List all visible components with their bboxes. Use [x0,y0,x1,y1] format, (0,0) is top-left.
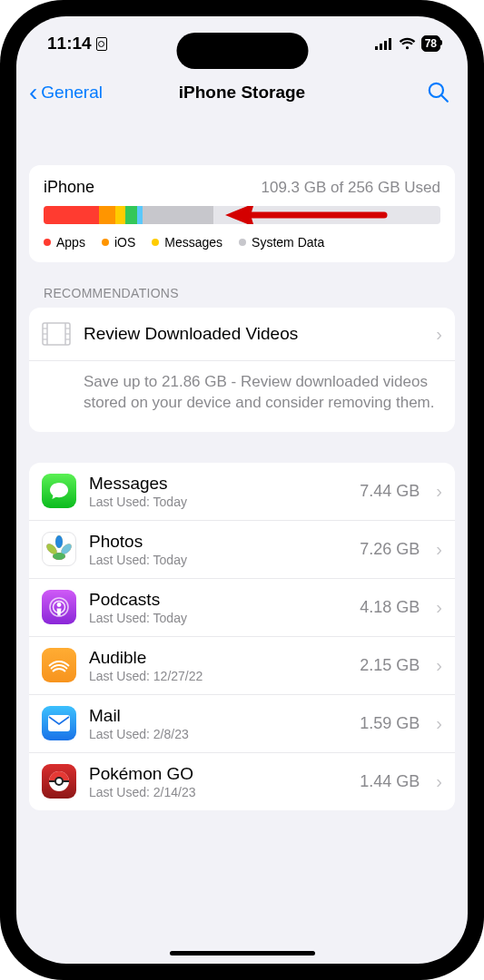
app-size: 2.15 GB [360,656,420,675]
app-row[interactable]: MessagesLast Used: Today7.44 GB› [29,463,455,521]
nav-bar: ‹ General iPhone Storage [16,71,468,114]
storage-segment [115,206,125,224]
legend-item: System Data [239,235,324,250]
legend-label: iOS [114,235,135,250]
photos-app-icon [42,532,76,566]
app-row[interactable]: PodcastsLast Used: Today4.18 GB› [29,579,455,637]
storage-used-text: 109.3 GB of 256 GB Used [261,179,440,197]
app-last-used: Last Used: 2/14/23 [89,785,347,799]
chevron-right-icon: › [436,771,442,792]
legend-dot-icon [102,239,109,246]
app-last-used: Last Used: Today [89,611,347,625]
recommendations-header: RECOMMENDATIONS [44,286,451,300]
back-button[interactable]: ‹ General [29,80,103,105]
app-row[interactable]: MailLast Used: 2/8/231.59 GB› [29,695,455,753]
chevron-right-icon: › [436,324,442,345]
dynamic-island [176,33,308,69]
storage-segment [99,206,114,224]
chevron-left-icon: ‹ [29,80,37,105]
pokemon-app-icon [42,764,76,799]
screen: 11:14 78 ‹ General iPhone Storage [16,16,468,964]
app-name: Audible [89,648,347,668]
app-name: Podcasts [89,590,347,610]
app-row[interactable]: PhotosLast Used: Today7.26 GB› [29,521,455,579]
app-name: Messages [89,474,347,494]
legend-dot-icon [152,239,159,246]
film-icon [42,322,71,346]
chevron-right-icon: › [436,597,442,618]
app-size: 7.44 GB [360,482,420,501]
legend-item: Apps [44,235,85,250]
search-icon [426,80,449,103]
status-time: 11:14 [47,34,92,54]
recommendation-description: Save up to 21.86 GB - Review downloaded … [29,360,455,432]
device-name: iPhone [44,178,94,197]
app-list: MessagesLast Used: Today7.44 GB›PhotosLa… [29,463,455,810]
arrow-annotation [225,206,389,224]
svg-rect-2 [384,41,387,50]
storage-segment [125,206,137,224]
chevron-right-icon: › [436,481,442,502]
legend-dot-icon [239,239,246,246]
orientation-lock-icon [96,37,107,51]
svg-point-25 [57,603,62,607]
app-last-used: Last Used: 2/8/23 [89,727,347,741]
svg-rect-1 [380,44,382,50]
legend-label: System Data [252,235,324,250]
app-name: Pokémon GO [89,764,347,784]
legend-dot-icon [44,239,51,246]
app-name: Mail [89,706,347,726]
search-button[interactable] [426,80,449,103]
battery-icon: 78 [421,35,440,52]
app-row[interactable]: Pokémon GOLast Used: 2/14/231.44 GB› [29,753,455,810]
app-name: Photos [89,532,347,552]
recommendation-title: Review Downloaded Videos [84,324,423,344]
recommendation-card[interactable]: Review Downloaded Videos › Save up to 21… [29,308,455,432]
cellular-icon [375,38,393,50]
app-last-used: Last Used: Today [89,495,347,509]
legend-label: Apps [56,235,85,250]
home-indicator[interactable] [170,951,315,956]
storage-segment [44,206,99,224]
chevron-right-icon: › [436,713,442,734]
legend-item: iOS [102,235,135,250]
storage-legend: AppsiOSMessagesSystem Data [44,235,440,250]
app-size: 1.44 GB [360,772,420,791]
app-size: 4.18 GB [360,598,420,617]
svg-line-5 [441,95,448,102]
mail-app-icon [42,706,76,740]
chevron-right-icon: › [436,655,442,676]
podcasts-app-icon [42,590,76,624]
wifi-icon [399,37,416,50]
audible-app-icon [42,648,76,682]
svg-rect-26 [48,715,70,731]
legend-label: Messages [164,235,222,250]
svg-rect-3 [389,38,391,50]
messages-app-icon [42,474,76,508]
app-row[interactable]: AudibleLast Used: 12/27/222.15 GB› [29,637,455,695]
storage-bar [44,206,440,224]
svg-rect-0 [375,46,378,50]
legend-item: Messages [152,235,222,250]
app-size: 7.26 GB [360,540,420,559]
app-last-used: Last Used: 12/27/22 [89,669,347,683]
storage-segment [143,206,212,224]
back-label: General [41,83,103,103]
storage-summary-card: iPhone 109.3 GB of 256 GB Used AppsiOSMe… [29,165,455,262]
app-last-used: Last Used: Today [89,553,347,567]
svg-point-29 [55,778,63,785]
svg-point-19 [55,535,63,548]
app-size: 1.59 GB [360,714,420,733]
chevron-right-icon: › [436,539,442,560]
phone-frame: 11:14 78 ‹ General iPhone Storage [0,0,484,980]
